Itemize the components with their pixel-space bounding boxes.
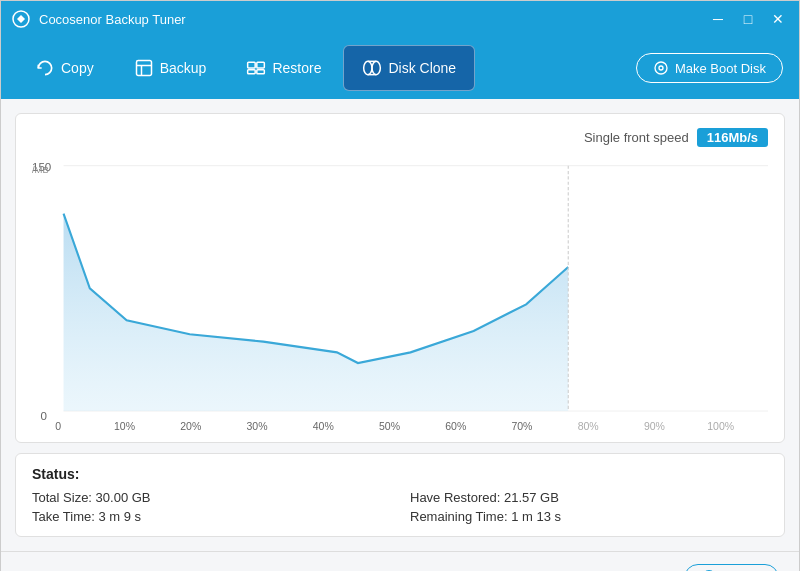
svg-text:0: 0 bbox=[55, 420, 61, 432]
backup-button[interactable]: Backup bbox=[116, 45, 225, 91]
restore-icon bbox=[246, 58, 266, 78]
footer: After Finished: Shutdown Restart Hiberna… bbox=[1, 551, 799, 571]
svg-rect-4 bbox=[248, 62, 256, 68]
svg-text:/MB: /MB bbox=[32, 164, 49, 175]
total-size: Total Size: 30.00 GB bbox=[32, 490, 390, 505]
svg-text:0: 0 bbox=[40, 408, 47, 421]
svg-rect-7 bbox=[257, 70, 265, 74]
svg-text:10%: 10% bbox=[114, 420, 136, 432]
main-window: Cocosenor Backup Tuner ─ □ ✕ Copy Backup bbox=[0, 0, 800, 571]
svg-text:50%: 50% bbox=[379, 420, 401, 432]
speed-label: Single front speed bbox=[584, 130, 689, 145]
svg-text:30%: 30% bbox=[246, 420, 268, 432]
svg-point-8 bbox=[364, 61, 372, 74]
svg-point-13 bbox=[659, 66, 663, 70]
status-title: Status: bbox=[32, 466, 768, 482]
svg-point-12 bbox=[655, 62, 667, 74]
maximize-button[interactable]: □ bbox=[737, 8, 759, 30]
svg-text:20%: 20% bbox=[180, 420, 202, 432]
restore-button[interactable]: Restore bbox=[228, 45, 339, 91]
backup-icon bbox=[134, 58, 154, 78]
cancel-button[interactable]: ✕ Cancel bbox=[684, 564, 779, 571]
boot-disk-icon bbox=[653, 60, 669, 76]
app-logo-icon bbox=[11, 9, 31, 29]
status-section: Status: Total Size: 30.00 GB Have Restor… bbox=[15, 453, 785, 537]
have-restored: Have Restored: 21.57 GB bbox=[410, 490, 768, 505]
titlebar: Cocosenor Backup Tuner ─ □ ✕ bbox=[1, 1, 799, 37]
svg-rect-1 bbox=[136, 61, 151, 76]
copy-icon bbox=[35, 58, 55, 78]
chart-container: Single front speed 116Mb/s 150 /MB 0 bbox=[15, 113, 785, 443]
svg-text:90%: 90% bbox=[644, 420, 666, 432]
svg-rect-5 bbox=[257, 62, 265, 68]
remaining-time: Remaining Time: 1 m 13 s bbox=[410, 509, 768, 524]
copy-button[interactable]: Copy bbox=[17, 45, 112, 91]
speed-value: 116Mb/s bbox=[697, 128, 768, 147]
svg-point-9 bbox=[372, 61, 380, 74]
main-content: Single front speed 116Mb/s 150 /MB 0 bbox=[1, 99, 799, 551]
svg-rect-6 bbox=[248, 70, 256, 74]
take-time: Take Time: 3 m 9 s bbox=[32, 509, 390, 524]
minimize-button[interactable]: ─ bbox=[707, 8, 729, 30]
disk-clone-icon bbox=[362, 58, 382, 78]
svg-text:60%: 60% bbox=[445, 420, 467, 432]
speed-chart: 150 /MB 0 bbox=[32, 155, 768, 432]
svg-marker-19 bbox=[64, 214, 569, 411]
disk-clone-button[interactable]: Disk Clone bbox=[343, 45, 475, 91]
app-title: Cocosenor Backup Tuner bbox=[39, 12, 707, 27]
chart-area: 150 /MB 0 bbox=[32, 155, 768, 432]
toolbar: Copy Backup Restore bbox=[1, 37, 799, 99]
close-button[interactable]: ✕ bbox=[767, 8, 789, 30]
svg-text:70%: 70% bbox=[511, 420, 533, 432]
svg-text:40%: 40% bbox=[313, 420, 335, 432]
window-controls: ─ □ ✕ bbox=[707, 8, 789, 30]
status-grid: Total Size: 30.00 GB Have Restored: 21.5… bbox=[32, 490, 768, 524]
chart-header: Single front speed 116Mb/s bbox=[32, 128, 768, 147]
svg-text:100%: 100% bbox=[707, 420, 734, 432]
svg-text:80%: 80% bbox=[578, 420, 600, 432]
make-boot-disk-button[interactable]: Make Boot Disk bbox=[636, 53, 783, 83]
